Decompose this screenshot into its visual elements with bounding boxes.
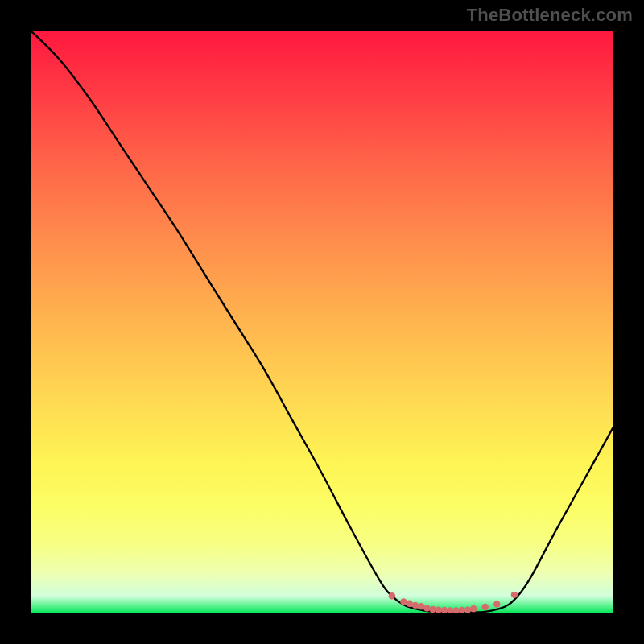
marker-dot [452,607,459,613]
marker-dot [389,592,395,599]
marker-dot [406,600,412,606]
plot-area [31,31,613,613]
bottom-dots [389,592,518,613]
curve-layer [31,31,613,613]
marker-dot [459,607,465,613]
marker-dot [470,605,477,612]
marker-dot [400,598,407,605]
marker-dot [441,607,448,613]
marker-dot [482,604,489,610]
main-curve [31,31,613,613]
marker-dot [436,606,442,613]
marker-dot [423,605,430,611]
marker-dot [464,606,471,613]
marker-dot [511,592,518,598]
marker-dot [429,606,436,613]
watermark-text: TheBottleneck.com [467,5,633,26]
marker-dot [447,607,453,613]
marker-dot [493,601,500,607]
chart-frame: TheBottleneck.com [0,0,644,644]
marker-dot [418,603,424,609]
marker-dot [412,602,419,609]
